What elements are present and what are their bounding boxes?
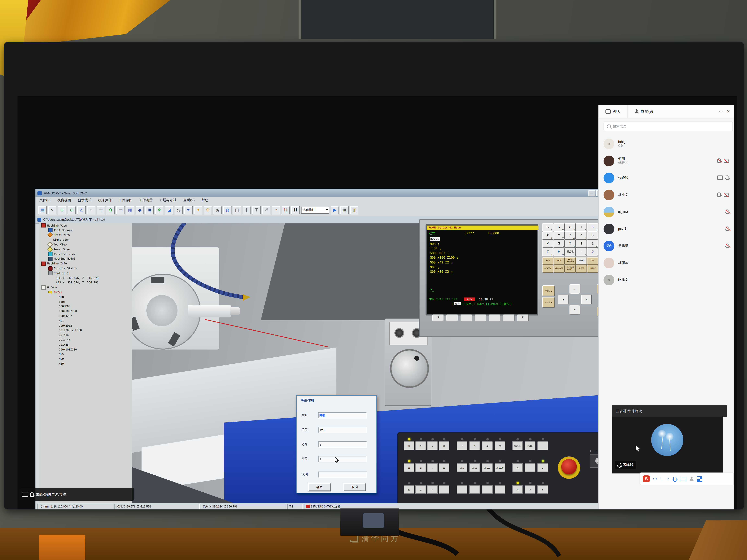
mdi-function-key[interactable]: ALTER — [576, 265, 587, 273]
panel-button[interactable]: X 100 — [482, 463, 493, 472]
tree-item[interactable]: Tool ID:1 — [40, 271, 132, 275]
panel-button[interactable]: ◒ — [427, 463, 438, 472]
panel-button[interactable]: ⊑ — [415, 485, 426, 494]
mdi-function-key[interactable]: CAN — [587, 257, 598, 265]
mdi-function-key[interactable]: MESSAGE — [553, 265, 565, 273]
panel-button[interactable]: ◎ — [495, 442, 505, 450]
panel-button[interactable]: X 1 — [457, 463, 467, 472]
voice-input-icon[interactable] — [673, 477, 677, 481]
member-row[interactable]: pxy潘 — [599, 220, 734, 237]
remote-assist-select[interactable]: 远程协助 ▾ — [301, 207, 329, 214]
panel-button[interactable]: X 10 — [469, 463, 480, 472]
menu-item[interactable]: 文件(F) — [40, 198, 51, 203]
menu-item[interactable]: 查看(V) — [183, 198, 195, 203]
soft-keyboard-icon[interactable] — [680, 477, 686, 481]
panel-button[interactable]: ◔ — [457, 442, 467, 450]
note-field[interactable] — [318, 472, 367, 478]
tree-item[interactable]: ABS:X 330.124, Z 356.796 — [40, 280, 132, 285]
softkey-button[interactable] — [446, 315, 458, 321]
toolbar-run-icon[interactable]: ▥ — [350, 206, 358, 214]
ok-button[interactable]: 确定 — [308, 483, 331, 491]
menu-item[interactable]: 显示模式 — [78, 198, 92, 203]
member-row[interactable]: 朱峰锐 — [599, 169, 734, 186]
menu-item[interactable]: 机床操作 — [98, 198, 112, 203]
tree-item[interactable]: G Code — [40, 285, 132, 290]
toolbar-icon[interactable]: ⊤ — [252, 206, 261, 214]
softkey-right-arrow[interactable]: ▶ — [517, 315, 529, 321]
cancel-button[interactable]: 取消 — [343, 483, 366, 491]
toolbar-icon[interactable]: ◌ — [87, 206, 95, 214]
softkey-button[interactable] — [489, 315, 500, 321]
exam-no-field[interactable]: 1 — [318, 442, 367, 448]
panel-button[interactable] — [525, 463, 536, 472]
cursor-right-key[interactable]: ▶ — [581, 295, 592, 304]
tree-item[interactable]: M30 — [40, 361, 132, 366]
tree-item[interactable]: Front View — [40, 233, 132, 237]
mdi-function-key[interactable]: SHIFT — [576, 257, 587, 265]
mdi-key[interactable]: 0. — [587, 248, 598, 256]
mdi-key[interactable]: 2# — [587, 240, 598, 248]
cursor-up-key[interactable]: ▲ — [569, 284, 580, 294]
member-search-input[interactable]: 搜索成员 — [603, 122, 733, 131]
mdi-function-key[interactable]: PROG — [553, 257, 565, 265]
mdi-key[interactable]: EOBE — [565, 248, 576, 256]
toolbar-icon[interactable]: ◍ — [223, 206, 231, 214]
panel-button[interactable]: ⊕ — [439, 442, 449, 450]
tree-item[interactable]: G00X100Z100 — [40, 309, 132, 314]
ime-chinese-icon[interactable]: 中 — [653, 476, 657, 482]
mdi-key[interactable]: ZW — [565, 231, 576, 240]
panel-button[interactable]: X 1000 — [495, 463, 505, 472]
tree-item[interactable]: G01X36 — [40, 333, 132, 337]
toolbar-icon[interactable]: ✣ — [204, 206, 212, 214]
name-field[interactable]: 123 — [318, 412, 367, 419]
mdi-key[interactable]: OP — [542, 223, 553, 231]
panel-button[interactable] — [457, 485, 467, 494]
mdi-key[interactable]: 1, — [576, 240, 587, 248]
tree-item[interactable]: Spindle Status — [40, 266, 132, 271]
more-options-icon[interactable]: ⋯ — [719, 109, 723, 114]
emergency-stop-button[interactable] — [561, 459, 577, 475]
seat-field[interactable]: 1 — [318, 456, 367, 462]
panel-button[interactable]: ∿ — [469, 442, 480, 450]
toolbar-icon[interactable]: ↖ — [48, 206, 56, 214]
member-row[interactable]: 林丽华 — [599, 254, 734, 271]
member-row[interactable]: 何明(主持人) — [599, 152, 734, 169]
panel-button[interactable]: ◑ — [427, 442, 438, 450]
panel-button[interactable] — [495, 485, 505, 494]
mdi-key[interactable]: YV — [553, 231, 565, 240]
toolbar-icon[interactable]: ✒ — [184, 206, 192, 214]
mdi-function-key[interactable]: CUSTOM GRAPH — [565, 265, 576, 273]
mdi-key[interactable]: TK — [565, 240, 576, 248]
tree-item[interactable]: Full Screen — [40, 228, 132, 233]
toolbar-icon[interactable]: ↺ — [262, 206, 271, 214]
close-icon[interactable]: ✕ — [727, 109, 730, 114]
mdi-function-key[interactable]: SYSTEM — [542, 265, 553, 273]
minimize-button[interactable]: — — [589, 190, 595, 196]
panel-button[interactable]: Z — [537, 463, 548, 472]
title-bar[interactable]: FANUC 0iT - SwanSoft CNC — □ ✕ — [35, 189, 612, 197]
mdi-function-key[interactable]: INSERT — [587, 265, 598, 273]
mdi-function-key[interactable]: POS — [542, 257, 553, 265]
tree-item[interactable]: G00X42Z2 — [40, 314, 132, 318]
panel-button[interactable]: ⊏ — [404, 485, 414, 494]
member-row[interactable]: 华勇 吴华勇 — [599, 237, 734, 254]
toolbar-icon[interactable]: ✿ — [106, 206, 115, 214]
panel-button[interactable] — [537, 442, 548, 450]
tree-item[interactable]: M05 — [40, 352, 132, 356]
mdi-key[interactable]: 4[ — [576, 231, 587, 240]
member-row[interactable]: czj153 — [599, 203, 734, 220]
tab-members[interactable]: 成员(9) — [627, 105, 660, 118]
unit-field[interactable]: 123 — [318, 427, 367, 433]
handwheel-dial[interactable] — [390, 349, 429, 388]
tree-item[interactable]: G00X30Z2 — [40, 323, 132, 328]
toolbar-icon[interactable]: ∠ — [77, 206, 85, 214]
mdi-key[interactable]: GR — [565, 223, 576, 231]
panel-button[interactable]: 4 — [512, 485, 523, 494]
tree-item[interactable]: G00X100Z100 — [40, 347, 132, 352]
panel-button[interactable]: TOOL — [525, 442, 536, 450]
tree-item[interactable]: Parallel View — [40, 251, 132, 256]
panel-button[interactable]: COOL — [512, 442, 523, 450]
mdi-function-key[interactable]: OFFSET SETTING — [565, 257, 576, 265]
panel-button[interactable]: ≋ — [482, 442, 493, 450]
toolbar-icon[interactable]: H — [282, 206, 290, 214]
